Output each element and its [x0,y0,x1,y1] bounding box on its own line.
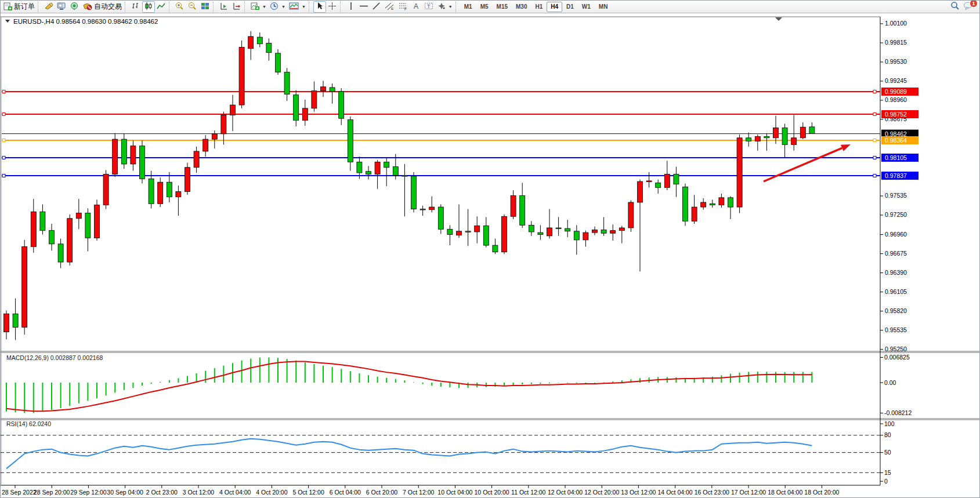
svg-text:30 Sep 04:00: 30 Sep 04:00 [107,489,143,496]
svg-text:0.96390: 0.96390 [885,269,907,276]
dropdown-caret-icon: ▼ [281,5,285,9]
macd-label: MACD(12,26,9) 0.002887 0.002168 [6,354,103,361]
svg-text:0.96675: 0.96675 [885,250,907,257]
horn-icon [44,2,53,12]
auto-scroll-button[interactable] [218,1,230,13]
trendline-button[interactable] [370,1,383,13]
period-button[interactable]: ▼ [268,1,287,13]
line-chart-icon [157,2,166,12]
svg-text:15: 15 [884,469,891,476]
svg-text:0.97250: 0.97250 [885,211,907,218]
rsi-label: RSI(14) 62.0240 [6,420,51,427]
svg-text:0.97535: 0.97535 [885,192,907,199]
svg-text:10 Oct 04:00: 10 Oct 04:00 [437,489,472,496]
svg-text:13 Oct 12:00: 13 Oct 12:00 [621,489,656,496]
zoom-in-icon [175,2,185,12]
chart-shift-button[interactable] [230,1,243,13]
vertical-line-icon [348,2,355,12]
timeframe-m15-button[interactable]: M15 [493,2,512,12]
zoom-out-button[interactable] [186,1,199,13]
timeframe-h1-button[interactable]: H1 [531,2,547,12]
svg-text:3 Oct 12:00: 3 Oct 12:00 [183,489,214,496]
svg-text:2 Oct 23:00: 2 Oct 23:00 [146,489,178,496]
timeframe-mn-button[interactable]: MN [595,2,612,12]
tile-windows-button[interactable] [199,1,212,13]
svg-text:17 Oct 12:00: 17 Oct 12:00 [731,489,766,496]
templates-button[interactable]: ▼ [249,1,268,13]
svg-text:4 Oct 04:00: 4 Oct 04:00 [219,489,251,496]
new-order-label: 新订单 [14,2,35,12]
clock-icon [270,2,279,12]
svg-text:7 Oct 12:00: 7 Oct 12:00 [403,489,434,496]
horizontal-line-button[interactable] [357,1,370,13]
autotrading-button[interactable]: 自动交易 [81,1,124,13]
indicators-button[interactable]: ▼ [287,1,308,13]
toolbar-separator [38,2,41,12]
dropdown-caret-icon: ▼ [262,5,266,9]
svg-text:28 Sep 2022: 28 Sep 2022 [2,489,37,496]
toolbar-separator [455,2,459,12]
candlestick-mode-button[interactable] [142,1,155,13]
svg-text:12 Oct 04:00: 12 Oct 04:00 [548,489,583,496]
svg-text:0.96105: 0.96105 [885,288,907,295]
svg-text:0.98364: 0.98364 [885,137,907,144]
text-label-icon: T [424,2,433,12]
toolbar-separator [125,2,128,12]
auto-scroll-icon [219,2,229,12]
zoom-in-button[interactable] [173,1,186,13]
svg-text:E: E [391,7,393,10]
text-button[interactable]: A [410,1,422,13]
svg-text:0.99245: 0.99245 [885,77,907,84]
strategy-tester-button[interactable] [68,1,81,13]
template-icon [251,2,260,12]
timeframe-d1-button[interactable]: D1 [562,2,578,12]
search-button[interactable] [949,1,961,13]
timeframe-w1-button[interactable]: W1 [578,2,595,12]
chart-canvas[interactable]: 1.001000.998150.995300.992450.989600.986… [1,13,980,498]
line-chart-mode-button[interactable] [155,1,168,13]
svg-text:0.006825: 0.006825 [884,354,910,361]
mail-badge-count: 1 [970,0,978,8]
fibonacci-button[interactable]: F [396,1,410,13]
trendline-icon [372,2,381,12]
timeframe-h4-button[interactable]: H4 [547,2,562,12]
svg-text:0.96960: 0.96960 [885,231,907,238]
mailbox-button[interactable]: 1 [961,1,975,13]
text-label-button[interactable]: T [422,1,435,13]
terminal-button[interactable] [55,1,68,13]
new-order-icon [3,2,12,12]
toolbar-separator [340,2,343,12]
vertical-line-button[interactable] [345,1,357,13]
svg-text:6 Oct 04:00: 6 Oct 04:00 [330,489,361,496]
svg-text:10 Oct 20:00: 10 Oct 20:00 [475,489,509,496]
timeframe-m5-button[interactable]: M5 [476,2,493,12]
metaeditor-button[interactable] [42,1,55,13]
fibonacci-icon: F [398,2,408,12]
crosshair-icon [328,2,337,12]
svg-text:F: F [404,7,407,10]
cursor-button[interactable] [313,1,326,13]
crosshair-button[interactable] [326,1,339,13]
webcam-icon [70,2,79,12]
svg-text:0.98752: 0.98752 [885,111,907,118]
svg-text:1.00100: 1.00100 [885,20,907,27]
svg-text:50: 50 [884,449,891,456]
bar-chart-mode-button[interactable] [129,1,142,13]
toolbar-separator [213,2,216,12]
mt4-terminal-window: 新订单 自动交易 [0,0,980,498]
svg-text:0.97837: 0.97837 [885,172,907,179]
toolbar-separator [244,2,248,12]
arrows-button[interactable]: ▼ [435,1,454,13]
channel-button[interactable]: E [383,1,396,13]
svg-text:18 Oct 20:00: 18 Oct 20:00 [804,489,839,496]
new-order-button[interactable]: 新订单 [2,1,37,13]
bar-chart-icon [131,2,140,12]
cursor-arrow-icon [316,2,324,12]
svg-text:0.98105: 0.98105 [885,154,907,161]
dropdown-caret-icon: ▼ [449,5,453,9]
chart-frames [1,13,980,498]
svg-text:80: 80 [884,431,891,438]
timeframe-m1-button[interactable]: M1 [460,2,476,12]
timeframe-m30-button[interactable]: M30 [512,2,531,12]
svg-text:12 Oct 20:00: 12 Oct 20:00 [584,489,619,496]
